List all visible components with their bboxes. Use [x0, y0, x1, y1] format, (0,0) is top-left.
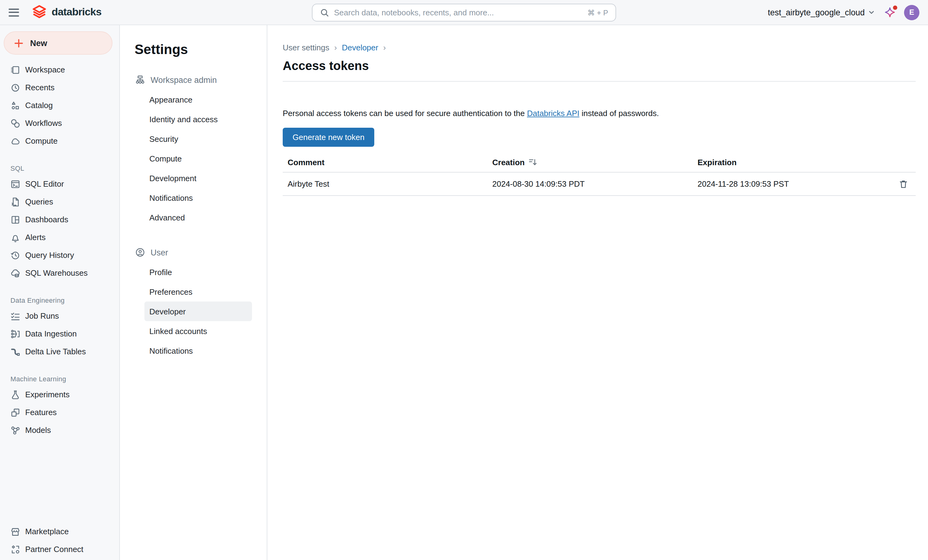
sidebar-item-label: Catalog — [25, 101, 53, 110]
sidebar-item-label: Marketplace — [25, 527, 69, 536]
page-title: Access tokens — [283, 58, 916, 74]
global-search[interactable]: ⌘ + P — [312, 4, 616, 21]
databricks-api-link[interactable]: Databricks API — [527, 109, 580, 118]
notification-dot — [893, 6, 897, 10]
column-header-comment: Comment — [283, 157, 487, 167]
experiments-icon — [11, 390, 20, 399]
token-comment: Airbyte Test — [283, 179, 487, 189]
delete-token-button[interactable] — [897, 178, 910, 190]
sidebar-item-label: Features — [25, 408, 57, 417]
settings-item-appearance[interactable]: Appearance — [120, 90, 267, 109]
sidebar-item-label: Alerts — [25, 233, 46, 242]
breadcrumb: User settings ›Developer › — [283, 42, 916, 53]
access-tokens-table: CommentCreationExpiration Airbyte Test 2… — [283, 152, 916, 196]
description: Personal access tokens can be used for s… — [283, 108, 916, 119]
breadcrumb-developer[interactable]: Developer — [342, 43, 378, 52]
settings-item-security[interactable]: Security — [120, 129, 267, 149]
sidebar-item-catalog[interactable]: Catalog — [0, 96, 119, 114]
settings-item-advanced[interactable]: Advanced — [120, 207, 267, 227]
settings-title: Settings — [134, 41, 267, 58]
compute-icon — [11, 136, 20, 146]
settings-item-developer[interactable]: Developer — [144, 301, 252, 321]
table-row: Airbyte Test 2024-08-30 14:09:53 PDT 202… — [283, 172, 916, 196]
settings-item-preferences[interactable]: Preferences — [120, 282, 267, 301]
search-icon — [320, 8, 329, 17]
breadcrumb-user-settings[interactable]: User settings — [283, 43, 330, 52]
description-suffix: instead of passwords. — [579, 109, 659, 118]
settings-group-label: Workspace admin — [151, 75, 217, 84]
sidebar-section-label: Data Engineering — [0, 297, 119, 304]
sidebar-item-label: Workspace — [25, 65, 65, 74]
models-icon — [11, 425, 20, 435]
sidebar-item-label: Delta Live Tables — [25, 347, 86, 356]
settings-group-label: User — [151, 248, 168, 257]
workspace-icon — [11, 65, 20, 75]
org-icon — [135, 75, 145, 85]
databricks-logo-icon — [31, 4, 47, 20]
sidebar-item-workspace[interactable]: Workspace — [0, 61, 119, 79]
sidebar-item-label: SQL Warehouses — [25, 268, 88, 277]
sidebar-item-alerts[interactable]: Alerts — [0, 228, 119, 246]
topbar: databricks ⌘ + P test_airbyte_google_clo… — [0, 0, 928, 25]
sidebar-item-label: Job Runs — [25, 311, 59, 321]
data-ingestion-icon — [11, 329, 20, 339]
settings-item-notifications[interactable]: Notifications — [120, 188, 267, 207]
workflows-icon — [11, 118, 20, 128]
sidebar: New Workspace Recents Catalog Workflows … — [0, 25, 120, 560]
settings-item-linked-accounts[interactable]: Linked accounts — [120, 321, 267, 341]
description-prefix: Personal access tokens can be used for s… — [283, 109, 527, 118]
sidebar-item-data-ingestion[interactable]: Data Ingestion — [0, 325, 119, 342]
new-button[interactable]: New — [4, 31, 113, 55]
assistant-sparkle-icon[interactable] — [884, 6, 896, 18]
sidebar-item-query-history[interactable]: Query History — [0, 246, 119, 264]
sidebar-item-partner-connect[interactable]: Partner Connect — [0, 540, 119, 558]
sidebar-item-sql-warehouses[interactable]: SQL Warehouses — [0, 264, 119, 282]
sidebar-item-features[interactable]: Features — [0, 403, 119, 421]
sidebar-section-label: SQL — [0, 164, 119, 172]
catalog-icon — [11, 100, 20, 110]
column-header-creation: Creation — [487, 157, 693, 167]
user-avatar[interactable]: E — [904, 5, 919, 20]
sidebar-item-compute[interactable]: Compute — [0, 132, 119, 150]
sidebar-item-job-runs[interactable]: Job Runs — [0, 307, 119, 325]
sidebar-item-dashboards[interactable]: Dashboards — [0, 211, 119, 228]
user-icon — [135, 248, 145, 257]
sidebar-item-label: SQL Editor — [25, 179, 64, 189]
sidebar-item-experiments[interactable]: Experiments — [0, 386, 119, 403]
sql-editor-icon — [11, 179, 20, 189]
workspace-selector[interactable]: test_airbyte_google_cloud — [768, 8, 876, 17]
databricks-logo[interactable]: databricks — [31, 4, 101, 20]
settings-item-compute[interactable]: Compute — [120, 149, 267, 168]
topbar-right: test_airbyte_google_cloud E — [768, 5, 919, 20]
table-header-row: CommentCreationExpiration — [283, 152, 916, 172]
sidebar-item-sql-editor[interactable]: SQL Editor — [0, 175, 119, 193]
sort-descending-icon[interactable] — [528, 157, 537, 167]
sidebar-item-recents[interactable]: Recents — [0, 79, 119, 96]
settings-item-notifications[interactable]: Notifications — [120, 341, 267, 361]
settings-item-identity-and-access[interactable]: Identity and access — [120, 109, 267, 129]
token-creation: 2024-08-30 14:09:53 PDT — [487, 179, 693, 189]
settings-item-profile[interactable]: Profile — [120, 262, 267, 282]
breadcrumb-chevron-icon: › — [334, 43, 337, 52]
hamburger-menu-icon[interactable] — [9, 5, 23, 20]
delta-live-tables-icon — [11, 347, 20, 356]
sidebar-item-queries[interactable]: Queries — [0, 193, 119, 211]
sidebar-item-marketplace[interactable]: Marketplace — [0, 522, 119, 540]
databricks-app: databricks ⌘ + P test_airbyte_google_clo… — [0, 0, 928, 560]
settings-panel: Settings Workspace adminAppearanceIdenti… — [120, 25, 267, 560]
databricks-wordmark: databricks — [52, 6, 101, 18]
settings-item-development[interactable]: Development — [120, 168, 267, 188]
queries-icon — [11, 197, 20, 207]
sidebar-item-workflows[interactable]: Workflows — [0, 114, 119, 132]
search-input[interactable] — [334, 8, 583, 17]
generate-new-token-button[interactable]: Generate new token — [283, 128, 374, 147]
sidebar-item-models[interactable]: Models — [0, 421, 119, 439]
sidebar-item-delta-live-tables[interactable]: Delta Live Tables — [0, 342, 119, 361]
dashboards-icon — [11, 215, 20, 224]
sidebar-item-label: Compute — [25, 136, 58, 146]
job-runs-icon — [11, 311, 20, 321]
sidebar-item-label: Dashboards — [25, 215, 68, 224]
sidebar-item-label: Recents — [25, 83, 54, 92]
alerts-icon — [11, 233, 20, 242]
settings-groups: Workspace adminAppearanceIdentity and ac… — [120, 70, 267, 361]
